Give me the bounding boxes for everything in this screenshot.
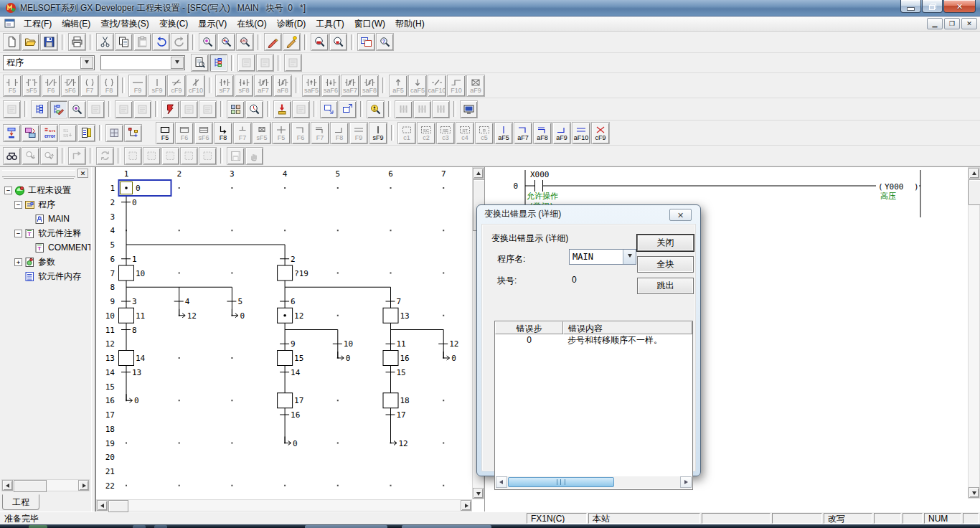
all-blocks-button[interactable]: 全块 [637,256,694,273]
block-grid-button[interactable] [105,124,123,142]
copy-button[interactable] [115,33,133,51]
find-replace-device-button[interactable]: ABC [236,33,254,51]
project-tab[interactable]: 工程 [2,494,39,510]
project-data-list-button[interactable] [357,33,375,51]
tree-expander-icon[interactable]: − [4,187,12,194]
windows-taskbar[interactable] [0,524,980,528]
scroll-right-icon[interactable] [461,500,471,511]
chevron-down-icon[interactable] [171,57,184,69]
cut-button[interactable] [96,33,114,51]
panel-close-icon[interactable]: ✕ [77,169,88,178]
new-project-button[interactable] [3,33,21,51]
scroll-thumb[interactable] [969,179,980,205]
monitor-write-mode-button[interactable] [283,33,301,51]
ladder-vscrollbar[interactable] [968,167,980,499]
mdi-minimize-button[interactable]: ▁ [927,18,943,29]
find-instruction-button[interactable] [217,33,235,51]
menu-tools[interactable]: 工具(T) [311,16,349,31]
error-list-hscrollbar[interactable] [496,476,692,489]
scroll-thumb[interactable] [108,500,128,512]
block-list-yellow-button[interactable] [77,124,95,142]
menu-edit[interactable]: 编辑(E) [57,16,95,31]
write-mode-pencil-button[interactable] [264,33,282,51]
error-step-header[interactable]: 错误步 [495,321,563,334]
find-device-2-button[interactable] [68,100,86,118]
restore-button[interactable] [922,0,943,13]
menu-help[interactable]: 帮助(H) [390,16,430,31]
menu-view[interactable]: 显示(V) [193,16,232,31]
write-to-plc-red-button[interactable] [161,100,179,118]
entry-monitor-clock-button[interactable] [245,100,263,118]
tree-item[interactable]: −T软元件注释 [1,226,90,240]
menu-window[interactable]: 窗口(W) [349,16,390,31]
sfc-key-aF10-button[interactable]: aF10 [572,122,590,144]
sidebar-hscrollbar[interactable] [1,479,90,491]
monitor-window-blue-button[interactable] [460,100,478,118]
scroll-right-icon[interactable] [680,476,692,488]
menu-online[interactable]: 在线(O) [232,16,271,31]
sfc-key-aF5-button[interactable]: aF5 [494,122,513,144]
scroll-left-icon[interactable] [496,476,507,488]
display-program-button[interactable] [191,54,209,72]
scroll-thumb[interactable] [508,477,614,487]
scroll-thumb[interactable] [14,480,47,492]
tree-item[interactable]: −工程未设置 [1,183,90,197]
open-project-button[interactable] [22,33,39,51]
find-yellow-button[interactable] [367,100,385,118]
open-window-2-button[interactable] [339,100,357,118]
menu-convert[interactable]: 变换(C) [154,16,194,31]
tree-item[interactable]: 软元件内存 [1,269,90,283]
data-name-combo[interactable] [100,55,185,70]
chevron-down-icon[interactable] [623,250,636,264]
sfc-hscrollbar[interactable] [96,499,472,512]
block-transfer-button[interactable] [22,124,39,142]
scroll-down-icon[interactable] [969,487,979,498]
menu-find-replace[interactable]: 查找/替换(S) [95,16,154,31]
close-dialog-button[interactable]: 关闭 [637,235,694,251]
tree-item[interactable]: TCOMMENT [1,240,90,255]
transfer-program-button[interactable] [273,100,291,118]
data-kind-combo[interactable]: 程序 [3,55,95,70]
scroll-right-icon[interactable] [78,480,89,491]
sfc-tree-display-button[interactable] [209,54,227,72]
tree-expander-icon[interactable]: − [14,230,22,237]
error-row[interactable]: 0步号和转移顺序不一样。 [495,334,692,346]
sfc-zoom-block-button[interactable] [50,100,67,118]
sfc-editor-canvas[interactable]: 1234567123456789101112131415161718192021… [96,167,471,499]
save-project-button[interactable] [40,33,58,51]
find-device-button[interactable] [199,33,217,51]
tree-item[interactable]: MAIN [1,212,90,226]
tree-expander-icon[interactable]: + [14,258,22,266]
menu-project[interactable]: 工程(F) [19,16,57,31]
scroll-up-icon[interactable] [473,168,484,179]
error-content-header[interactable]: 错误内容 [563,321,692,334]
close-button[interactable]: ✕ [943,0,976,13]
chevron-down-icon[interactable] [80,57,93,69]
scroll-left-icon[interactable] [97,500,108,511]
print-button[interactable] [68,33,86,51]
tree-item[interactable]: +参数 [1,255,90,269]
mdi-restore-button[interactable]: ❐ [944,18,960,29]
io-grid-button[interactable] [227,100,245,118]
panel-drag-handle[interactable] [2,170,75,177]
sfc-key-aF9-button[interactable]: aF9 [552,122,571,144]
block-convert-button[interactable] [3,124,21,142]
sfc-key-F5-button[interactable]: F5 [156,122,174,144]
exit-button[interactable]: 跳出 [637,278,694,294]
help-find-button[interactable]: ? [376,33,394,51]
sfc-key-aF8-button[interactable]: aF8 [533,122,552,144]
zoom-out-button[interactable] [329,33,347,51]
error-list[interactable]: 错误步 错误内容 0步号和转移顺序不一样。 [494,321,693,490]
scroll-up-icon[interactable] [969,168,979,179]
dialog-close-icon[interactable]: ✕ [669,209,692,221]
program-name-combo[interactable]: MAIN [569,249,636,265]
sfc-key-F8-button[interactable]: F8 [214,122,232,144]
tree-expander-icon[interactable]: − [14,201,22,209]
open-window-1-button[interactable] [320,100,338,118]
menu-diagnostics[interactable]: 诊断(D) [272,16,311,31]
mdi-close-button[interactable]: ✕ [961,18,977,29]
sfc-key-aF7-button[interactable]: aF7 [514,122,532,144]
project-list-tree-button[interactable] [31,100,49,118]
conversion-error-display-button[interactable]: s+verror [40,124,58,142]
find-binoculars-button[interactable] [3,147,21,165]
